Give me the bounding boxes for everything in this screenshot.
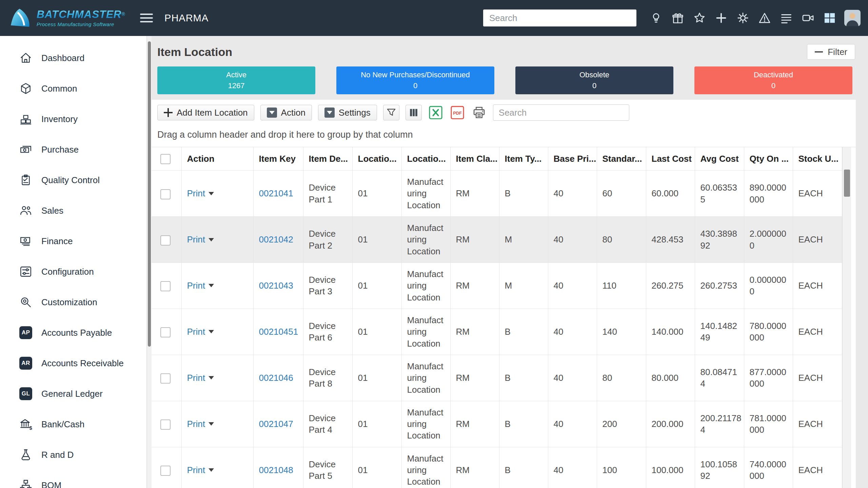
sidebar-item-bom[interactable]: BOM — [0, 470, 146, 488]
item-key-link[interactable]: 00210451 — [259, 327, 298, 337]
item-type-cell: M — [499, 263, 548, 309]
gear-icon[interactable] — [736, 11, 750, 25]
print-action-link[interactable]: Print — [187, 372, 214, 384]
idea-icon[interactable] — [649, 11, 663, 25]
customization-icon — [19, 295, 33, 309]
columns-button[interactable] — [406, 105, 422, 120]
item-description-cell: Device Part 5 — [303, 447, 352, 488]
select-all-checkbox[interactable] — [160, 154, 171, 164]
filter-button[interactable]: Filter — [807, 44, 855, 60]
item-key-link[interactable]: 0021042 — [259, 234, 293, 245]
export-excel-icon[interactable] — [428, 105, 443, 120]
grid-panel: Add Item Location Action Settings PDF — [152, 100, 856, 488]
sidebar-item-finance[interactable]: Finance — [0, 226, 146, 256]
row-checkbox[interactable] — [160, 373, 171, 384]
column-header-item-type[interactable]: Item Ty... — [499, 147, 548, 171]
item-key-link[interactable]: 0021041 — [259, 188, 293, 198]
item-description-cell: Device Part 3 — [303, 263, 352, 309]
status-card-deactivated[interactable]: Deactivated0 — [694, 66, 852, 94]
row-checkbox[interactable] — [160, 419, 171, 430]
user-avatar[interactable] — [844, 10, 861, 26]
location-name-cell: Manufacturing Location — [401, 217, 450, 263]
settings-dropdown-button[interactable]: Settings — [318, 105, 377, 120]
grid-search-input[interactable] — [493, 104, 629, 121]
sidebar-item-purchase[interactable]: Purchase — [0, 134, 146, 165]
column-header-item-description[interactable]: Item De... — [303, 147, 352, 171]
item-key-link[interactable]: 0021047 — [259, 419, 293, 429]
group-by-hint: Drag a column header and drop it here to… — [157, 130, 856, 140]
row-checkbox[interactable] — [160, 327, 171, 337]
standard-cost-cell: 140 — [597, 309, 646, 355]
column-header-stock-uom[interactable]: Stock U... — [793, 147, 842, 171]
column-header-item-class[interactable]: Item Cla... — [450, 147, 499, 171]
sidebar-item-dashboard[interactable]: Dashboard — [0, 43, 146, 73]
column-header-last-cost[interactable]: Last Cost — [646, 147, 695, 171]
print-action-link[interactable]: Print — [187, 188, 214, 199]
row-checkbox[interactable] — [160, 189, 171, 199]
standard-cost-cell: 60 — [597, 171, 646, 217]
column-header-qty-on-hand[interactable]: Qty On ... — [744, 147, 793, 171]
grid-scrollbar[interactable] — [842, 147, 851, 488]
alert-icon[interactable] — [757, 11, 772, 25]
last-cost-cell: 140.000 — [646, 309, 695, 355]
sidebar-item-r-and-d[interactable]: R and D — [0, 440, 146, 470]
column-header-location-name[interactable]: Locatio... — [401, 147, 450, 171]
print-action-link[interactable]: Print — [187, 326, 214, 337]
video-icon[interactable] — [801, 11, 815, 25]
column-header-item-key[interactable]: Item Key — [253, 147, 303, 171]
sidebar-scrollbar[interactable] — [147, 36, 152, 488]
column-header-location[interactable]: Locatio... — [352, 147, 401, 171]
row-checkbox[interactable] — [160, 281, 171, 291]
row-checkbox[interactable] — [160, 235, 171, 246]
brand-logo: BATCHMASTER® Process Manufacturing Softw… — [9, 8, 125, 28]
add-item-location-button[interactable]: Add Item Location — [157, 105, 254, 120]
sidebar-item-inventory[interactable]: Inventory — [0, 104, 146, 134]
sidebar-item-accounts-receivable[interactable]: AR Accounts Receivable — [0, 348, 146, 378]
item-key-link[interactable]: 0021046 — [259, 373, 293, 383]
accounts-receivable-icon: AR — [19, 356, 33, 370]
print-action-link[interactable]: Print — [187, 464, 214, 476]
filter-funnel-button[interactable] — [383, 105, 399, 120]
batchmaster-logo-icon — [9, 8, 31, 28]
column-header-standard-cost[interactable]: Standar... — [597, 147, 646, 171]
status-card-no-new-purchases[interactable]: No New Purchases/Discontinued0 — [336, 66, 494, 94]
windows-icon[interactable] — [823, 11, 837, 25]
print-action-link[interactable]: Print — [187, 280, 214, 291]
sidebar-item-bank-cash[interactable]: $ Bank/Cash — [0, 409, 146, 440]
print-action-link[interactable]: Print — [187, 418, 214, 430]
top-navbar: BATCHMASTER® Process Manufacturing Softw… — [0, 0, 868, 36]
home-icon — [19, 51, 33, 65]
print-icon[interactable] — [471, 105, 487, 120]
status-card-obsolete[interactable]: Obsolete0 — [515, 66, 673, 94]
star-icon[interactable] — [692, 11, 707, 25]
table-row: Print 0021046 Device Part 8 01 Manufactu… — [152, 355, 842, 401]
sidebar-item-sales[interactable]: Sales — [0, 195, 146, 226]
sidebar-item-customization[interactable]: Customization — [0, 287, 146, 317]
action-dropdown-button[interactable]: Action — [260, 105, 312, 120]
item-key-link[interactable]: 0021043 — [259, 280, 293, 291]
status-card-active[interactable]: Active1267 — [157, 66, 315, 94]
audit-list-icon[interactable] — [779, 11, 793, 25]
caret-down-icon — [209, 284, 214, 287]
global-search-input[interactable] — [483, 9, 636, 26]
sidebar-item-general-ledger[interactable]: GL General Ledger — [0, 378, 146, 409]
sidebar-item-configuration[interactable]: Configuration — [0, 256, 146, 287]
gift-icon[interactable] — [671, 11, 685, 25]
grid-scrollbar-thumb[interactable] — [844, 170, 850, 197]
item-description-cell: Device Part 6 — [303, 309, 352, 355]
column-header-base-price[interactable]: Base Pri... — [548, 147, 597, 171]
plus-icon[interactable] — [714, 11, 728, 25]
sidebar-item-common[interactable]: Common — [0, 73, 146, 104]
print-action-link[interactable]: Print — [187, 234, 214, 245]
avg-cost-cell: 200.211784 — [695, 401, 744, 447]
sidebar-item-quality-control[interactable]: Quality Control — [0, 165, 146, 195]
sidebar-item-accounts-payable[interactable]: AP Accounts Payable — [0, 317, 146, 348]
base-price-cell: 40 — [548, 401, 597, 447]
column-header-action[interactable]: Action — [181, 147, 253, 171]
item-key-link[interactable]: 0021048 — [259, 465, 293, 475]
menu-toggle-icon[interactable] — [140, 14, 153, 22]
sidebar-scrollbar-thumb[interactable] — [148, 41, 151, 347]
column-header-avg-cost[interactable]: Avg Cost — [695, 147, 744, 171]
row-checkbox[interactable] — [160, 466, 171, 476]
export-pdf-icon[interactable]: PDF — [450, 105, 465, 120]
